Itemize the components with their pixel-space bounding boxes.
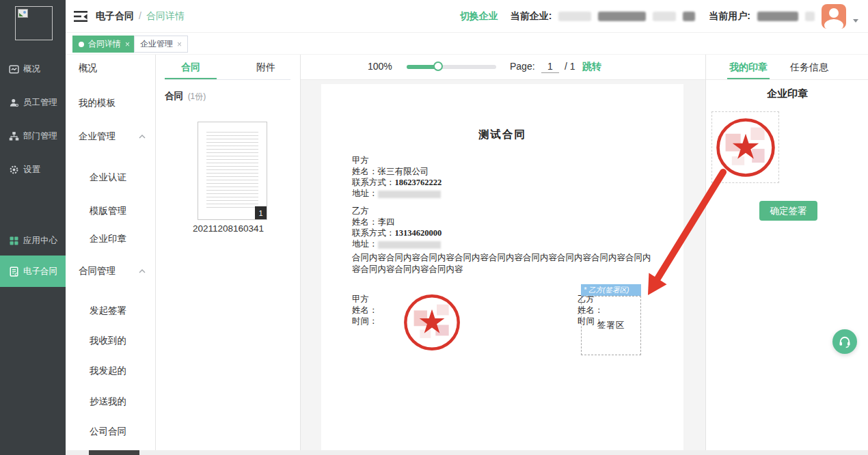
menu-label: 企业印章 bbox=[90, 233, 126, 245]
zoom-slider-track[interactable] bbox=[407, 65, 496, 69]
tab-label: 合同详情 bbox=[88, 38, 121, 50]
top-header: 电子合同/合同详情 切换企业 当前企业: 当前用户: bbox=[66, 0, 868, 33]
tab-my-seals[interactable]: 我的印章 bbox=[727, 55, 770, 79]
sidebar-item-label: 应用中心 bbox=[23, 235, 57, 247]
menu-label: 抄送我的 bbox=[90, 396, 126, 408]
contact-value: 18623762222 bbox=[395, 178, 442, 187]
enterprise-seal-item[interactable] bbox=[711, 111, 779, 183]
redacted-enterprise-name bbox=[598, 12, 646, 21]
breadcrumb-separator: / bbox=[139, 10, 141, 21]
redacted-user-name bbox=[757, 12, 798, 21]
contract-title: 测试合同 bbox=[321, 128, 683, 142]
party-a-heading: 甲方 bbox=[352, 155, 369, 167]
page-thumbnail[interactable]: 1 bbox=[198, 122, 267, 220]
jump-button[interactable]: 跳转 bbox=[582, 61, 601, 73]
sidebar-item-initiate-sign[interactable]: 发起签署 bbox=[66, 301, 155, 320]
sidebar-item-initiated-by-me[interactable]: 我发起的 bbox=[66, 361, 155, 381]
tab-attachment[interactable]: 附件 bbox=[240, 55, 292, 79]
page-input[interactable] bbox=[541, 59, 559, 73]
sidebar-item-enterprise-seal[interactable]: 企业印章 bbox=[66, 230, 155, 249]
menu-label: 概况 bbox=[79, 62, 97, 74]
sidebar-item-departments[interactable]: 部门管理 bbox=[0, 126, 66, 146]
confirm-sign-button[interactable]: 确定签署 bbox=[759, 201, 817, 221]
breadcrumb-root[interactable]: 电子合同 bbox=[96, 10, 134, 21]
contract-page: 测试合同 甲方 姓名：张三有限公司 联系方式：18623762222 地址： 乙… bbox=[321, 84, 683, 455]
sign-area-tag: * 乙方(签署区) bbox=[581, 284, 641, 296]
sidebar-item-company-contracts[interactable]: 公司合同 bbox=[66, 422, 155, 441]
horizontal-scrollbar[interactable] bbox=[66, 450, 868, 455]
tab-contract-detail[interactable]: 合同详情 × bbox=[72, 36, 136, 53]
party-a-name: 姓名：张三有限公司 bbox=[352, 166, 429, 178]
zoom-slider-handle[interactable] bbox=[433, 61, 443, 71]
contact-label: 联系方式： bbox=[352, 178, 395, 187]
sidebar-item-employees[interactable]: 员工管理 bbox=[0, 92, 66, 113]
sign-a-heading: 甲方 bbox=[352, 294, 369, 305]
module-sidebar: 概况 我的模板 企业管理 企业认证 模版管理 企业印章 合同管理 发起签署 我收… bbox=[66, 55, 156, 455]
page-total: / 1 bbox=[565, 61, 575, 72]
sidebar-item-settings[interactable]: 设置 bbox=[0, 159, 66, 180]
sidebar-group-enterprise[interactable]: 企业管理 bbox=[66, 127, 155, 146]
menu-label: 公司合同 bbox=[90, 426, 126, 438]
active-tab-dot-icon bbox=[79, 42, 84, 47]
sidebar-item-label: 员工管理 bbox=[23, 97, 57, 109]
contact-value: 13134620000 bbox=[395, 228, 442, 238]
sidebar-item-overview2[interactable]: 概况 bbox=[66, 59, 155, 78]
party-a-address: 地址： bbox=[352, 188, 441, 199]
sidebar-item-e-contract[interactable]: 电子合同 bbox=[0, 256, 66, 287]
sidebar-item-overview[interactable]: 概况 bbox=[0, 59, 66, 79]
menu-label: 我发起的 bbox=[90, 365, 126, 377]
open-tabs-bar: 合同详情 × 企业管理 × bbox=[66, 33, 868, 55]
pages-panel-tabs: 合同 附件 bbox=[165, 55, 290, 80]
user-avatar[interactable] bbox=[822, 4, 846, 29]
horizontal-scrollbar-thumb[interactable] bbox=[89, 450, 139, 455]
address-label: 地址： bbox=[352, 239, 378, 249]
customer-support-button[interactable] bbox=[832, 329, 857, 354]
menu-label: 企业管理 bbox=[79, 130, 116, 143]
party-a-contact: 联系方式：18623762222 bbox=[352, 177, 442, 189]
party-b-heading: 乙方 bbox=[352, 206, 369, 217]
close-icon[interactable]: × bbox=[177, 40, 182, 49]
tab-task-info[interactable]: 任务信息 bbox=[788, 55, 830, 79]
sidebar-item-my-templates[interactable]: 我的模板 bbox=[66, 94, 155, 113]
header-right-group: 切换企业 当前企业: 当前用户: bbox=[460, 0, 858, 33]
chevron-up-icon bbox=[139, 269, 146, 273]
sidebar-item-received[interactable]: 我收到的 bbox=[66, 331, 155, 350]
sidebar-item-template-management[interactable]: 模版管理 bbox=[66, 202, 155, 221]
settings-icon bbox=[9, 165, 19, 175]
menu-label: 我的模板 bbox=[79, 97, 116, 109]
document-viewer[interactable]: 测试合同 甲方 姓名：张三有限公司 联系方式：18623762222 地址： 乙… bbox=[301, 80, 705, 455]
close-icon[interactable]: × bbox=[125, 40, 130, 49]
sidebar-item-app-center[interactable]: 应用中心 bbox=[0, 230, 66, 251]
tab-contract[interactable]: 合同 bbox=[165, 55, 217, 79]
redacted-address bbox=[378, 191, 441, 198]
menu-label: 企业认证 bbox=[90, 171, 126, 184]
overview-icon bbox=[9, 64, 19, 74]
collapse-menu-button[interactable] bbox=[74, 10, 87, 23]
enterprise-seal-image bbox=[714, 116, 777, 179]
broken-image-icon bbox=[18, 9, 28, 18]
seal-panel: 我的印章 任务信息 企业印章 确定签署 bbox=[705, 55, 868, 455]
redacted-enterprise-name bbox=[653, 12, 676, 21]
sidebar-item-enterprise-auth[interactable]: 企业认证 bbox=[66, 168, 155, 187]
tab-enterprise-management[interactable]: 企业管理 × bbox=[134, 36, 188, 53]
contract-count: 合同 (1份) bbox=[165, 90, 206, 102]
party-b-name: 姓名：李四 bbox=[352, 217, 395, 228]
party-b-contact: 联系方式：13134620000 bbox=[352, 228, 442, 239]
sign-area-placeholder: 签署区 bbox=[597, 320, 625, 331]
breadcrumb: 电子合同/合同详情 bbox=[96, 10, 185, 23]
sidebar-item-label: 电子合同 bbox=[23, 266, 57, 277]
chevron-down-icon[interactable] bbox=[853, 19, 858, 23]
redacted-user-name bbox=[805, 12, 815, 21]
sign-area-dropzone[interactable]: 签署区 bbox=[581, 296, 641, 355]
viewer-toolbar: 100% Page: / 1 跳转 bbox=[301, 55, 705, 80]
party-b-address: 地址： bbox=[352, 238, 441, 250]
contact-label: 联系方式： bbox=[352, 228, 395, 238]
sidebar-group-contract[interactable]: 合同管理 bbox=[66, 262, 155, 281]
breadcrumb-current: 合同详情 bbox=[146, 10, 185, 21]
sidebar-item-cc-to-me[interactable]: 抄送我的 bbox=[66, 392, 155, 411]
switch-enterprise-link[interactable]: 切换企业 bbox=[460, 10, 498, 23]
employees-icon bbox=[9, 98, 19, 108]
main-sidebar: 概况 员工管理 部门管理 设置 应用中心 电子合同 bbox=[0, 0, 66, 455]
tab-label: 企业管理 bbox=[140, 38, 173, 50]
sidebar-item-label: 设置 bbox=[23, 164, 40, 176]
